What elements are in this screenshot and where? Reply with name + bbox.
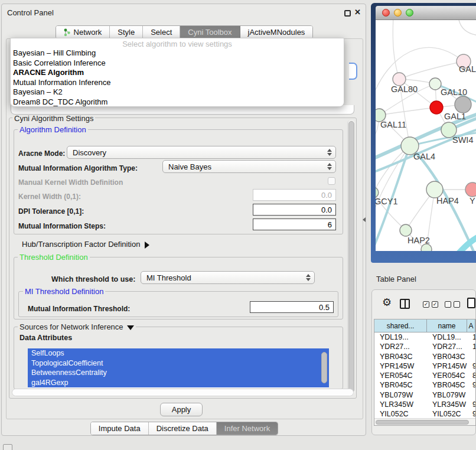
table-panel-window: ⚙ ✓ ✓ shared... name A YDL19...YDL19...1… xyxy=(371,289,476,435)
apply-button[interactable]: Apply xyxy=(160,403,203,416)
network-window-titlebar[interactable] xyxy=(376,6,476,20)
algorithm-option[interactable]: Basic Correlation Inference xyxy=(11,58,344,69)
tab-style[interactable]: Style xyxy=(110,26,143,38)
tab-infer-network[interactable]: Infer Network xyxy=(217,422,278,435)
table-row[interactable]: YLR345WYLR345W9. xyxy=(374,400,475,409)
deselect-all-columns-button[interactable] xyxy=(445,301,460,308)
table-cell: YDL19... xyxy=(427,332,467,342)
network-node[interactable] xyxy=(465,182,476,197)
dpi-tolerance-field[interactable]: 0.0 xyxy=(253,204,336,216)
algorithm-option[interactable]: ARACNE Algorithm xyxy=(11,68,344,78)
tab-select[interactable]: Select xyxy=(143,26,180,38)
mi-steps-field[interactable]: 6 xyxy=(253,219,336,230)
hub-definition-expander[interactable]: Hub/Transcription Factor Definition xyxy=(22,240,149,249)
network-edge[interactable] xyxy=(458,20,476,35)
manual-kernel-checkbox[interactable] xyxy=(328,177,335,185)
table-row[interactable]: YBL079WYBL079W xyxy=(374,390,475,400)
node-label: GAL4 xyxy=(413,152,435,161)
select-all-columns-button[interactable]: ✓ ✓ xyxy=(423,301,438,308)
column-header-shared-name[interactable]: shared... xyxy=(374,319,427,332)
network-window[interactable]: GALGAL80GAL10GAL1GAL11SWI4GAL4GCY1HAP4YH… xyxy=(371,3,476,263)
table-row[interactable]: YPR145WYPR145W9. xyxy=(374,361,475,371)
minimized-panel-icon[interactable] xyxy=(3,444,12,450)
network-node[interactable] xyxy=(426,181,443,198)
settings-scrollbar-thumb[interactable] xyxy=(348,121,354,393)
network-node[interactable] xyxy=(400,224,412,236)
kernel-width-field[interactable]: 0.0 xyxy=(253,189,336,201)
tab-network[interactable]: Network xyxy=(56,26,110,38)
new-table-icon[interactable] xyxy=(467,298,475,308)
node-label: GAL80 xyxy=(391,84,418,94)
table-cell: YBR045C xyxy=(374,380,427,390)
which-threshold-combo[interactable]: MI Threshold xyxy=(141,271,315,284)
algorithm-dropdown-popup: Select algorithm to view settings Bayesi… xyxy=(10,38,344,107)
kernel-width-label: Kernel Width (0,1): xyxy=(18,193,81,201)
zoom-traffic-light[interactable] xyxy=(406,9,413,17)
settings-scrollbar[interactable] xyxy=(347,120,355,395)
control-panel-tabbar: Network Style Select Cyni Toolbox jActiv… xyxy=(2,25,367,39)
table-cell: 9. xyxy=(467,409,475,418)
hub-definition-label: Hub/Transcription Factor Definition xyxy=(22,240,140,249)
algorithm-option[interactable]: Bayesian – K2 xyxy=(11,87,344,97)
network-edge[interactable] xyxy=(399,61,464,79)
settings-group-title: Cyni Algorithm Settings xyxy=(12,114,95,123)
sources-group-header[interactable]: Sources for Network Inference xyxy=(18,322,136,331)
mi-threshold-field[interactable]: 0.5 xyxy=(250,301,334,313)
node-label: GAL xyxy=(459,64,476,74)
settings-horizontal-scrollbar[interactable] xyxy=(12,389,354,396)
network-node[interactable] xyxy=(421,244,432,251)
table-cell: YIL052C xyxy=(427,409,467,418)
minimize-traffic-light[interactable] xyxy=(394,9,402,17)
attribute-item[interactable]: BetweennessCentrality xyxy=(28,368,329,378)
panel-divider-collapse-icon[interactable] xyxy=(363,217,366,222)
network-edge[interactable] xyxy=(393,20,399,79)
algorithm-option[interactable]: Bayesian – Hill Climbing xyxy=(11,48,344,58)
data-attributes-list[interactable]: SelfLoopsTopologicalCoefficientBetweenne… xyxy=(28,348,329,388)
gear-icon[interactable]: ⚙ xyxy=(382,297,392,308)
column-header-name[interactable]: name xyxy=(427,319,467,332)
table-cell: 9. xyxy=(467,400,475,409)
algorithm-option[interactable]: Dream8 DC_TDC Algorithm xyxy=(11,97,344,107)
tab-cyni-toolbox[interactable]: Cyni Toolbox xyxy=(180,26,240,38)
close-traffic-light[interactable] xyxy=(382,9,390,17)
attributes-scrollbar-thumb[interactable] xyxy=(321,352,327,383)
attribute-item[interactable]: gal4RGexp xyxy=(28,378,329,388)
table-cell: YBR045C xyxy=(427,380,467,390)
table-cell: YBL079W xyxy=(374,390,427,400)
table-cell: YER054C xyxy=(374,371,427,380)
network-node[interactable] xyxy=(430,101,443,114)
attribute-item[interactable]: SelfLoops xyxy=(28,348,329,358)
close-icon[interactable]: ✕ xyxy=(354,8,361,17)
mi-steps-label: Mutual Information Steps: xyxy=(18,222,106,230)
table-row[interactable]: YIL052CYIL052C9. xyxy=(374,409,475,418)
mi-type-combo[interactable]: Naive Bayes xyxy=(162,160,336,173)
tab-discretize-data[interactable]: Discretize Data xyxy=(149,422,217,435)
tab-jactivemnodules[interactable]: jActiveMNodules xyxy=(240,26,313,38)
table-cell: YLR345W xyxy=(374,400,427,409)
tab-impute-data[interactable]: Impute Data xyxy=(91,422,149,435)
table-toolbar: ⚙ ✓ ✓ xyxy=(372,290,475,318)
table-row[interactable]: YBR043CYBR043C xyxy=(374,352,475,361)
aracne-mode-combo[interactable]: Discovery xyxy=(67,146,336,159)
network-node[interactable] xyxy=(455,96,471,113)
attribute-item[interactable]: TopologicalCoefficient xyxy=(28,358,329,369)
table-row[interactable]: YER054CYER054C8. xyxy=(374,371,475,380)
float-window-icon[interactable] xyxy=(344,10,351,17)
table-row[interactable]: YDL19...YDL19...13 xyxy=(374,332,475,342)
table-cell: YBL079W xyxy=(427,390,467,400)
network-node[interactable] xyxy=(393,73,406,86)
algorithm-dropdown-list: Bayesian – Hill ClimbingBasic Correlatio… xyxy=(11,48,344,107)
table-row[interactable]: YDR27...YDR27...12 xyxy=(374,342,475,351)
network-node[interactable] xyxy=(429,78,441,90)
columns-icon[interactable] xyxy=(400,299,410,309)
table-cell: YIL052C xyxy=(374,409,427,418)
tab-label: Discretize Data xyxy=(157,424,208,433)
table-row[interactable]: YBR045CYBR045C9. xyxy=(374,380,475,390)
column-header-partial[interactable]: A xyxy=(467,319,475,332)
network-canvas[interactable]: GALGAL80GAL10GAL1GAL11SWI4GAL4GCY1HAP4YH… xyxy=(376,20,476,251)
table-horizontal-scrollbar[interactable] xyxy=(374,418,475,425)
table-cell: 8. xyxy=(467,371,475,380)
algorithm-option[interactable]: Mutual Information Inference xyxy=(11,78,344,88)
table-hscroll-thumb[interactable] xyxy=(376,420,469,425)
network-edge[interactable] xyxy=(379,107,436,115)
